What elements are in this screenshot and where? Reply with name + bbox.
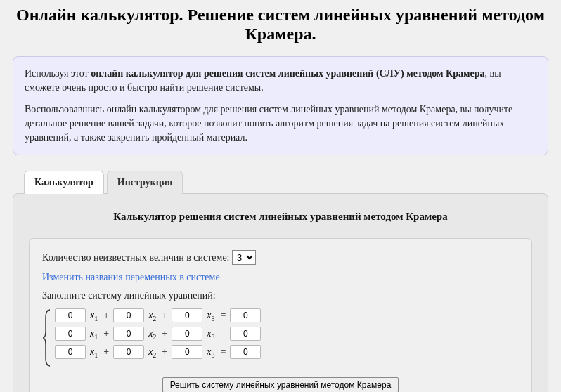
var-x3: x3: [205, 346, 216, 359]
coef-input[interactable]: [113, 308, 144, 322]
solve-row: Решить систему линейных уравнений методо…: [42, 377, 519, 392]
fill-label: Заполните систему линейных уравнений:: [42, 290, 519, 301]
coef-input[interactable]: [55, 327, 86, 341]
rhs-input[interactable]: [230, 345, 261, 359]
equals-sign: =: [219, 346, 227, 358]
plus-sign: +: [102, 310, 110, 321]
plus-sign: +: [160, 346, 169, 358]
coef-input[interactable]: [113, 345, 144, 359]
plus-sign: +: [160, 310, 169, 321]
equation-grid: x1 + x2 + x3 = x1 +: [55, 308, 261, 367]
plus-sign: +: [102, 346, 110, 358]
rhs-input[interactable]: [230, 327, 261, 341]
unknowns-count-row: Количество неизвестных величин в системе…: [42, 250, 519, 265]
tabs: Калькулятор Инструкция: [13, 171, 548, 194]
equation-system: x1 + x2 + x3 = x1 +: [42, 308, 519, 367]
rhs-input[interactable]: [230, 308, 261, 322]
coef-input[interactable]: [55, 308, 86, 322]
coef-input[interactable]: [113, 327, 144, 341]
var-x1: x1: [89, 328, 99, 341]
page-title: Онлайн калькулятор. Решение систем линей…: [13, 6, 548, 44]
var-x1: x1: [89, 310, 99, 322]
coef-input[interactable]: [55, 345, 86, 359]
plus-sign: +: [102, 328, 110, 339]
equation-row: x1 + x2 + x3 =: [55, 345, 261, 359]
coef-input[interactable]: [172, 345, 202, 359]
var-x2: x2: [147, 310, 157, 322]
intro-p1-before: Используя этот: [25, 68, 91, 79]
var-x1: x1: [89, 346, 99, 359]
left-brace-icon: [42, 308, 52, 367]
intro-box: Используя этот онлайн калькулятор для ре…: [13, 56, 548, 155]
solve-button[interactable]: Решить систему линейных уравнений методо…: [162, 377, 399, 392]
var-x3: x3: [205, 328, 216, 341]
var-x2: x2: [147, 328, 157, 341]
intro-p1-bold: онлайн калькулятор для решения систем ли…: [91, 68, 484, 79]
var-x3: x3: [205, 310, 216, 322]
plus-sign: +: [160, 328, 169, 339]
unknowns-count-select[interactable]: 3: [232, 250, 256, 265]
calculator-panel: Калькулятор решения систем линейных урав…: [13, 193, 548, 392]
intro-p1: Используя этот онлайн калькулятор для ре…: [25, 67, 536, 96]
equation-row: x1 + x2 + x3 =: [55, 308, 261, 322]
calc-heading: Калькулятор решения систем линейных урав…: [29, 211, 532, 223]
coef-input[interactable]: [172, 327, 202, 341]
var-x2: x2: [147, 346, 157, 359]
intro-p2: Воспользовавшись онлайн калькулятором дл…: [25, 103, 536, 145]
tab-instruction[interactable]: Инструкция: [107, 171, 183, 194]
rename-vars-link[interactable]: Изменить названия переменных в системе: [42, 272, 519, 283]
unknowns-count-label: Количество неизвестных величин в системе…: [42, 252, 232, 263]
calc-inner-box: Количество неизвестных величин в системе…: [29, 238, 532, 392]
equals-sign: =: [219, 328, 227, 339]
equation-row: x1 + x2 + x3 =: [55, 327, 261, 341]
coef-input[interactable]: [172, 308, 202, 322]
equals-sign: =: [219, 310, 227, 321]
tab-calculator[interactable]: Калькулятор: [24, 171, 104, 194]
